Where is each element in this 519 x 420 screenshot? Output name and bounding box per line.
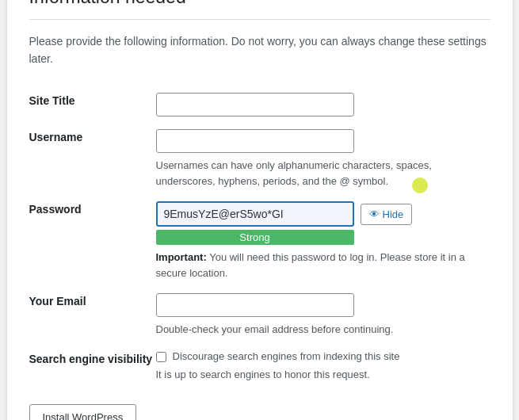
search-visibility-label: Search engine visibility <box>29 353 153 365</box>
email-input[interactable] <box>156 293 354 317</box>
eye-icon: 👁 <box>369 208 380 220</box>
search-visibility-label-cell: Search engine visibility <box>29 344 156 389</box>
username-label: Username <box>29 123 156 195</box>
title-divider <box>29 19 490 20</box>
password-input-wrapper <box>156 201 354 227</box>
email-label: Your Email <box>29 287 156 344</box>
password-strength-bar: Strong <box>156 230 354 245</box>
form-table: Site Title Username Usernames can have o… <box>29 86 490 388</box>
email-cell: Double-check your email address before c… <box>156 287 490 344</box>
page-title: Information needed <box>29 0 490 8</box>
intro-text: Please provide the following information… <box>29 32 490 68</box>
search-visibility-help: It is up to search engines to honor this… <box>156 367 490 383</box>
search-visibility-checkbox-row: Discourage search engines from indexing … <box>156 350 490 362</box>
search-visibility-cell: Discourage search engines from indexing … <box>156 344 490 389</box>
search-visibility-checkbox-label: Discourage search engines from indexing … <box>173 350 400 362</box>
password-label: Password <box>29 195 156 287</box>
install-wordpress-button[interactable]: Install WordPress <box>29 404 137 420</box>
site-title-input[interactable] <box>156 93 354 116</box>
password-input[interactable] <box>156 201 354 227</box>
username-cell: Usernames can have only alphanumeric cha… <box>156 123 490 195</box>
hide-button-label: Hide <box>383 208 404 220</box>
main-card: Information needed Please provide the fo… <box>6 0 513 420</box>
email-row: Your Email Double-check your email addre… <box>29 287 490 344</box>
password-cell: 👁 Hide Strong Important: You will need t… <box>156 195 490 287</box>
site-title-row: Site Title <box>29 86 490 123</box>
email-help: Double-check your email address before c… <box>156 322 490 338</box>
password-input-row: 👁 Hide <box>156 201 413 227</box>
password-important-note: Important: You will need this password t… <box>156 250 490 281</box>
password-area: 👁 Hide Strong <box>156 201 413 245</box>
username-input[interactable] <box>156 129 354 153</box>
search-visibility-checkbox[interactable] <box>156 352 166 362</box>
important-label: Important: <box>156 251 207 263</box>
search-visibility-row: Search engine visibility Discourage sear… <box>29 344 490 389</box>
username-help: Usernames can have only alphanumeric cha… <box>156 158 490 189</box>
password-row: Password 👁 Hide S <box>29 195 490 287</box>
site-title-cell <box>156 86 490 123</box>
site-title-label: Site Title <box>29 86 156 123</box>
hide-password-button[interactable]: 👁 Hide <box>361 204 413 225</box>
